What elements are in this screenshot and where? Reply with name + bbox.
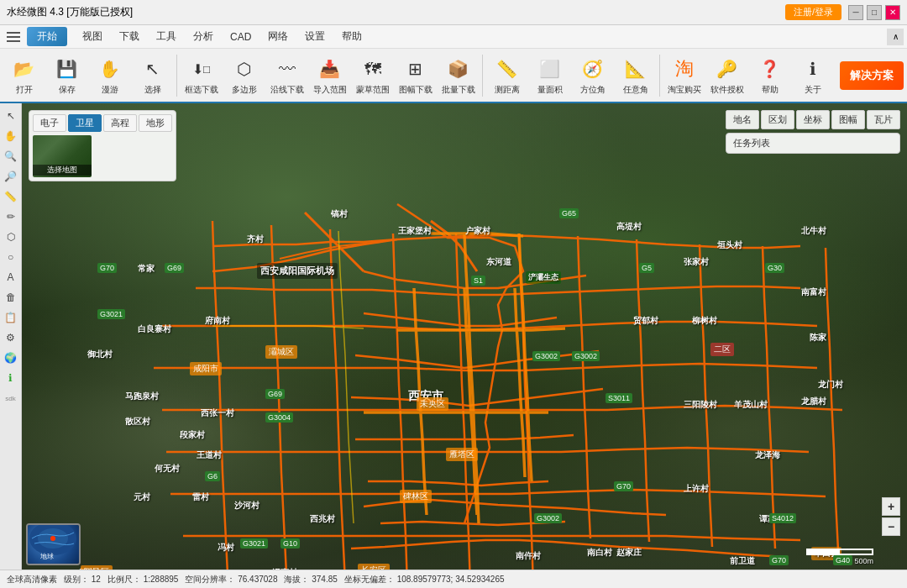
left-tool-draw[interactable]: ✏ xyxy=(2,207,20,226)
hw-g3004: G3004 xyxy=(265,412,293,423)
tab-terrain[interactable]: 地形 xyxy=(139,114,172,132)
resolution-info: 全球高清像素 xyxy=(7,574,57,585)
zoom-in-button[interactable]: + xyxy=(882,497,900,516)
left-tool-zoom-out[interactable]: 🔎 xyxy=(2,167,20,186)
map-preview[interactable]: 选择地图 xyxy=(33,135,92,177)
level-info: 级别： 12 xyxy=(64,574,101,585)
pan-button[interactable]: ✋ 漫游 xyxy=(89,51,130,100)
tab-satellite[interactable]: 卫星 xyxy=(68,114,102,132)
box-download-icon: ⬇□ xyxy=(188,55,215,82)
hw-g3002-1: G3002 xyxy=(532,351,560,361)
tab-electronic[interactable]: 电子 xyxy=(33,114,66,132)
left-tool-circle[interactable]: ○ xyxy=(2,248,20,266)
open-label: 打开 xyxy=(16,85,33,95)
import-range-button[interactable]: 📥 导入范围 xyxy=(309,51,350,100)
left-tool-measure[interactable]: 📏 xyxy=(2,187,20,206)
district-yanta: 雁塔区 xyxy=(446,448,478,461)
menu-item-analysis[interactable]: 分析 xyxy=(185,26,222,47)
hw-s3011: S3011 xyxy=(606,393,632,403)
district-bacheng: 灞城区 xyxy=(265,345,297,359)
left-tool-settings[interactable]: ⚙ xyxy=(2,328,20,347)
polygon-button[interactable]: ⬡ 多边形 xyxy=(223,51,265,100)
grid-download-label: 图幅下载 xyxy=(399,85,433,95)
right-panel-tabs: 地名 区划 坐标 图幅 瓦片 xyxy=(726,110,900,129)
menu-item-tools[interactable]: 工具 xyxy=(148,26,185,47)
district-weiyang: 未央区 xyxy=(417,397,448,411)
measure-area-button[interactable]: ⬜ 量面积 xyxy=(529,51,570,100)
hw-g3021-s: G3021 xyxy=(240,538,268,549)
polygon-icon: ⬡ xyxy=(231,55,258,82)
city-label-er: 二区 xyxy=(710,343,734,356)
left-tool-zoom-in[interactable]: 🔍 xyxy=(2,147,20,165)
measure-distance-button[interactable]: 📏 测距离 xyxy=(486,51,527,100)
solve-button[interactable]: 解决方案 xyxy=(840,61,904,90)
select-icon: ↖ xyxy=(139,55,166,82)
tab-tile[interactable]: 瓦片 xyxy=(867,110,900,129)
left-tool-pointer[interactable]: ↖ xyxy=(2,107,20,125)
menu-item-network[interactable]: 网络 xyxy=(260,26,296,47)
cover-range-button[interactable]: 🗺 蒙草范围 xyxy=(352,51,393,100)
globe-thumbnail[interactable]: 地球 xyxy=(26,523,81,565)
save-icon: 💾 xyxy=(54,55,81,82)
grid-download-button[interactable]: ⊞ 图幅下载 xyxy=(395,51,436,100)
start-menu-button[interactable]: 开始 xyxy=(27,27,67,46)
taobao-label: 淘宝购买 xyxy=(668,85,701,95)
save-button[interactable]: 💾 保存 xyxy=(46,51,87,100)
menu-item-view[interactable]: 视图 xyxy=(74,26,111,47)
menu-item-help[interactable]: 帮助 xyxy=(333,26,370,47)
menu-item-download[interactable]: 下载 xyxy=(111,26,148,47)
help-button[interactable]: ❓ 帮助 xyxy=(749,51,790,100)
collapse-button[interactable]: ∧ xyxy=(887,29,904,45)
batch-download-icon: 📦 xyxy=(445,55,472,82)
login-button[interactable]: 注册/登录 xyxy=(785,4,841,20)
tab-district[interactable]: 区划 xyxy=(761,110,794,129)
map-container[interactable]: 电子 卫星 高程 地形 选择地图 地球 xyxy=(22,103,907,570)
tab-grid[interactable]: 图幅 xyxy=(831,110,865,129)
maximize-button[interactable]: □ xyxy=(867,5,882,20)
hw-g3021: G3021 xyxy=(97,309,125,319)
elevation-label: 海拔： xyxy=(284,575,309,584)
taobao-button[interactable]: 淘 淘宝购买 xyxy=(663,51,705,100)
open-button[interactable]: 📂 打开 xyxy=(3,51,45,100)
hw-g3002-s: G3002 xyxy=(534,513,562,523)
polygon-label: 多边形 xyxy=(232,85,257,95)
azimuth-button[interactable]: 🧭 方位角 xyxy=(572,51,613,100)
hw-g65: G65 xyxy=(559,208,579,218)
line-download-label: 沿线下载 xyxy=(270,85,304,95)
left-tool-globe[interactable]: 🌍 xyxy=(2,349,20,367)
about-button[interactable]: ℹ 关于 xyxy=(792,51,833,100)
tab-coordinates[interactable]: 坐标 xyxy=(796,110,830,129)
main-area: ↖ ✋ 🔍 🔎 📏 ✏ ⬡ ○ A 🗑 📋 ⚙ 🌍 ℹ sdk xyxy=(0,103,907,570)
left-tool-delete[interactable]: 🗑 xyxy=(2,288,20,307)
toolbar-divider-3 xyxy=(659,55,660,97)
close-button[interactable]: ✕ xyxy=(885,5,900,20)
batch-download-button[interactable]: 📦 批量下载 xyxy=(438,51,479,100)
elevation-info: 海拔： 374.85 xyxy=(284,574,337,585)
left-tool-text[interactable]: A xyxy=(2,268,20,286)
coord-info: 坐标无偏差： 108.89579773; 34.52934265 xyxy=(344,574,505,585)
task-panel[interactable]: 任务列表 xyxy=(726,133,900,154)
left-tool-polygon[interactable]: ⬡ xyxy=(2,228,20,246)
minimize-button[interactable]: ─ xyxy=(848,5,863,20)
left-tool-hand[interactable]: ✋ xyxy=(2,127,20,145)
help-icon: ❓ xyxy=(757,55,784,82)
line-download-button[interactable]: 〰 沿线下载 xyxy=(266,51,307,100)
select-button[interactable]: ↖ 选择 xyxy=(132,51,173,100)
menu-item-settings[interactable]: 设置 xyxy=(296,26,333,47)
menu-toggle-button[interactable] xyxy=(3,27,24,47)
select-label: 选择 xyxy=(144,85,161,95)
menu-item-cad[interactable]: CAD xyxy=(222,28,260,46)
tab-elevation[interactable]: 高程 xyxy=(103,114,137,132)
left-tool-info[interactable]: ℹ xyxy=(2,369,20,387)
zoom-out-button[interactable]: − xyxy=(882,517,900,536)
box-download-button[interactable]: ⬇□ 框选下载 xyxy=(181,51,222,100)
taobao-icon: 淘 xyxy=(671,55,698,82)
tab-place-name[interactable]: 地名 xyxy=(726,110,759,129)
measure-distance-label: 测距离 xyxy=(495,85,520,95)
any-angle-button[interactable]: 📐 任意角 xyxy=(615,51,656,100)
license-button[interactable]: 🔑 软件授权 xyxy=(706,51,747,100)
left-tool-layer[interactable]: 📋 xyxy=(2,308,20,327)
map-type-panel: 电子 卫星 高程 地形 选择地图 xyxy=(29,110,176,181)
space-label: 空间分辨率： xyxy=(185,575,235,584)
any-angle-icon: 📐 xyxy=(622,55,649,82)
